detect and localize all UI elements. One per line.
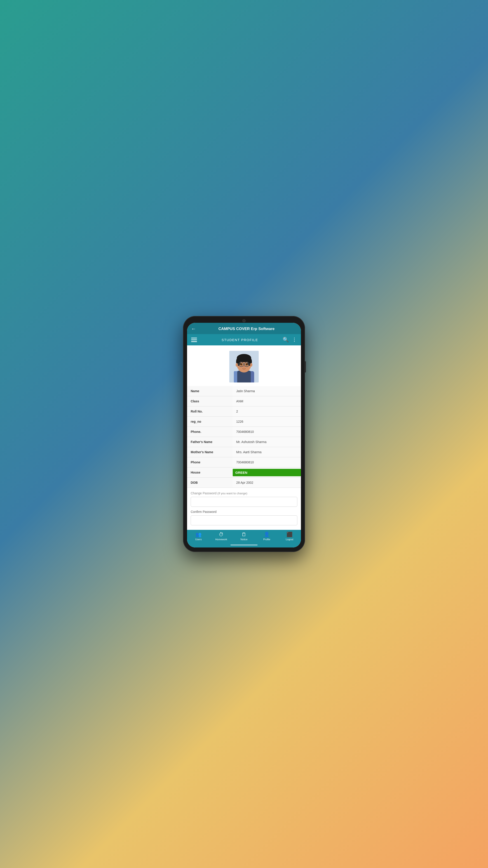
nav-item-users[interactable]: 👥 Users	[187, 530, 210, 542]
svg-point-16	[243, 366, 245, 367]
search-icon[interactable]: 🔍	[283, 337, 289, 343]
table-row: Mother's Name Mrs. Aarti Sharma	[187, 447, 301, 457]
reg-label: reg_no	[187, 416, 233, 427]
phone2-value: 7004680810	[233, 457, 301, 467]
house-label: House	[187, 467, 233, 477]
dob-label: DOB	[187, 477, 233, 488]
users-icon: 👥	[195, 532, 201, 537]
nav-item-profile[interactable]: 👤 Profile	[255, 530, 278, 542]
table-row: House GREEN	[187, 467, 301, 477]
avatar-section	[187, 345, 301, 386]
confirm-password-label: Confirm Password	[191, 510, 297, 514]
table-row: reg_no 1226	[187, 416, 301, 427]
table-row: Roll No. 2	[187, 406, 301, 416]
content-area: Name Jatin Sharma Class ANM Roll No. 2 r…	[187, 345, 301, 530]
homework-icon: ⏱	[219, 532, 224, 537]
nav-item-homework[interactable]: ⏱ Homework	[210, 530, 233, 542]
nav-label-logout: Logout	[286, 538, 293, 541]
house-value: GREEN	[233, 467, 301, 477]
nav-item-logout[interactable]: ⬛ Logout	[278, 530, 301, 542]
notice-icon: 🗒	[241, 532, 247, 537]
roll-value: 2	[233, 406, 301, 416]
home-bar	[230, 545, 258, 546]
table-row: Phone 7004680810	[187, 457, 301, 467]
password-section: Change Password (If you want to change) …	[187, 488, 301, 525]
class-value: ANM	[233, 396, 301, 406]
page-title: STUDENT PROFILE	[197, 338, 283, 342]
phone2-label: Phone	[187, 457, 233, 467]
nav-label-users: Users	[195, 538, 202, 541]
back-button[interactable]: ←	[191, 326, 196, 332]
phone-camera	[242, 319, 246, 322]
change-password-label: Change Password (If you want to change)	[191, 491, 297, 495]
bottom-nav: 👥 Users ⏱ Homework 🗒 Notice 👤 Profile ⬛ …	[187, 530, 301, 542]
nav-label-homework: Homework	[215, 538, 227, 541]
change-password-input[interactable]	[191, 497, 297, 507]
table-row: Phone. 7004680810	[187, 427, 301, 437]
class-label: Class	[187, 396, 233, 406]
sub-header: STUDENT PROFILE 🔍 ⋮	[187, 334, 301, 345]
top-bar: ← CAMPUS COVER Erp Software	[187, 323, 301, 334]
phone-shell: ← CAMPUS COVER Erp Software STUDENT PROF…	[183, 316, 305, 552]
home-indicator	[187, 542, 301, 548]
phone-value: 7004680810	[233, 427, 301, 437]
profile-icon: 👤	[264, 532, 270, 537]
more-options-icon[interactable]: ⋮	[292, 337, 297, 343]
mother-value: Mrs. Aarti Sharma	[233, 447, 301, 457]
table-row: DOB 28 Apr 2002	[187, 477, 301, 488]
student-avatar	[229, 351, 259, 382]
svg-point-15	[246, 363, 248, 366]
svg-point-14	[240, 363, 242, 366]
reg-value: 1226	[233, 416, 301, 427]
logout-icon: ⬛	[287, 532, 293, 537]
table-row: Class ANM	[187, 396, 301, 406]
profile-table: Name Jatin Sharma Class ANM Roll No. 2 r…	[187, 386, 301, 488]
phone-label: Phone.	[187, 427, 233, 437]
house-text: GREEN	[235, 471, 248, 474]
table-row: Father's Name Mr. Ashutosh Sharma	[187, 437, 301, 447]
svg-point-18	[250, 363, 252, 367]
nav-item-notice[interactable]: 🗒 Notice	[233, 530, 256, 542]
table-row: Name Jatin Sharma	[187, 386, 301, 396]
dob-value: 28 Apr 2002	[233, 477, 301, 488]
phone-screen: ← CAMPUS COVER Erp Software STUDENT PROF…	[187, 323, 301, 548]
name-label: Name	[187, 386, 233, 396]
side-button	[305, 361, 306, 373]
header-icons: 🔍 ⋮	[283, 337, 297, 343]
app-title: CAMPUS COVER Erp Software	[196, 327, 297, 331]
nav-label-notice: Notice	[240, 538, 248, 541]
svg-point-17	[236, 363, 238, 367]
nav-label-profile: Profile	[263, 538, 270, 541]
father-label: Father's Name	[187, 437, 233, 447]
name-value: Jatin Sharma	[233, 386, 301, 396]
confirm-password-input[interactable]	[191, 515, 297, 525]
hamburger-menu[interactable]	[191, 338, 197, 342]
mother-label: Mother's Name	[187, 447, 233, 457]
father-value: Mr. Ashutosh Sharma	[233, 437, 301, 447]
roll-label: Roll No.	[187, 406, 233, 416]
